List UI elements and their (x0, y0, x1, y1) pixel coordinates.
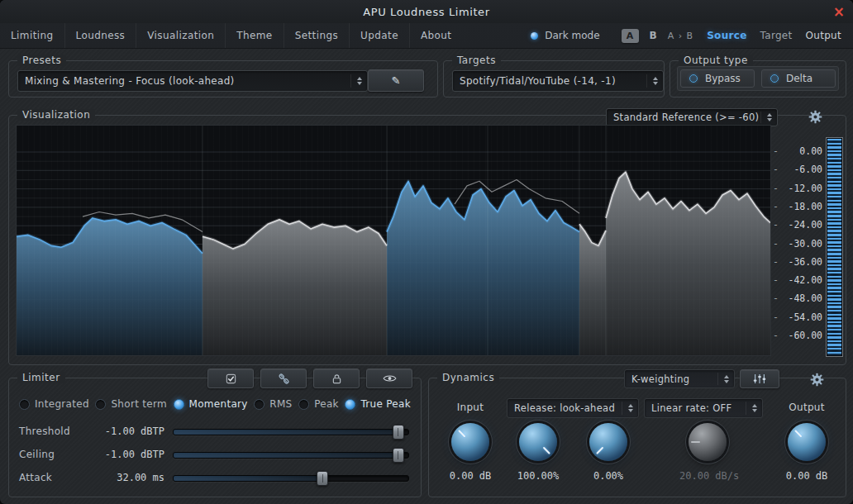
link-off-icon (278, 373, 290, 385)
linear-rate-select[interactable]: Linear rate: OFF (644, 398, 763, 418)
stepper-arrows[interactable] (350, 74, 367, 88)
visibility-button[interactable] (366, 368, 412, 388)
param-value: -1.00 dBTP (88, 445, 164, 464)
knob-input-gain: 0.00 dB (442, 423, 498, 482)
weighting-selected-value: K-weighting (631, 373, 689, 385)
dark-mode-indicator-dot[interactable] (531, 32, 538, 40)
lock-button[interactable] (313, 368, 360, 388)
menu-item-about[interactable]: About (409, 23, 462, 48)
menu-item-theme[interactable]: Theme (225, 23, 283, 48)
edit-preset-button[interactable]: ✎ (368, 69, 424, 92)
mode-momentary[interactable]: Momentary (174, 398, 248, 410)
db-scale-tick: --6.00 (773, 163, 822, 176)
ab-compare-b-button[interactable]: B (650, 30, 657, 41)
ab-copy-button[interactable]: A › B (668, 31, 693, 41)
radio-dot (174, 399, 184, 410)
stepper-arrows[interactable] (622, 402, 638, 414)
monitor-output-button[interactable]: Output (806, 30, 841, 41)
down-arrow-icon (752, 409, 757, 412)
menu-item-limiting[interactable]: Limiting (0, 23, 64, 48)
monitor-target-button[interactable]: Target (760, 30, 793, 41)
slider-thumb[interactable] (393, 448, 404, 463)
knob-value: 0.00 dB (442, 470, 498, 482)
output-type-bypass[interactable]: Bypass (680, 69, 755, 88)
knob-pointer-icon (443, 415, 497, 468)
up-arrow-icon (767, 113, 772, 116)
visualization-settings-button[interactable] (806, 107, 824, 126)
menu-item-update[interactable]: Update (349, 23, 409, 48)
knob-release-amount: 100.00% (510, 423, 566, 482)
db-scale-tick: -0.00 (773, 145, 822, 158)
param-label: Threshold (19, 421, 70, 441)
output-type-delta[interactable]: Delta (761, 69, 836, 88)
stepper-arrows[interactable] (646, 74, 663, 88)
mode-integrated[interactable]: Integrated (19, 398, 89, 410)
eye-icon (383, 373, 397, 383)
meter-fill (827, 139, 841, 355)
db-scale-tick: --48.00 (773, 292, 822, 305)
mode-short-term[interactable]: Short term (95, 398, 167, 410)
target-select[interactable]: Spotify/Tidal/YouTube (-14, -1) (452, 70, 664, 92)
knob-pointer-icon (581, 415, 635, 468)
param-value: -1.00 dBTP (88, 421, 164, 441)
app-window: APU Loudness Limiter × LimitingLoudnessV… (0, 0, 853, 504)
close-button[interactable]: × (833, 0, 845, 23)
up-arrow-icon (357, 77, 362, 80)
slider-thumb[interactable] (393, 425, 404, 440)
db-scale-tick: --12.00 (773, 182, 822, 195)
stepper-arrows[interactable] (717, 373, 734, 385)
output-type-group-label: Output type (679, 55, 753, 66)
dynamics-group: Dynamics K-weighting (428, 378, 846, 497)
preset-select[interactable]: Mixing & Mastering - Focus (look-ahead) (17, 70, 368, 92)
param-label: Ceiling (19, 445, 55, 464)
knob-value: 100.00% (510, 470, 566, 482)
menu-right: Dark mode A B A › B Source Target Output (531, 29, 853, 43)
presets-group-label: Presets (17, 55, 66, 66)
ab-compare-a-button[interactable]: A (622, 29, 639, 43)
mode-true-peak[interactable]: True Peak (345, 398, 411, 410)
ceiling-slider[interactable] (173, 445, 409, 464)
knob-pointer-icon (689, 423, 727, 461)
release-mode-select[interactable]: Release: look-ahead (507, 398, 639, 418)
loudness-history-graph[interactable] (16, 125, 771, 356)
radio-dot (345, 399, 355, 410)
weighting-select[interactable]: K-weighting (624, 369, 735, 388)
radio-dot (19, 399, 30, 410)
slider-thumb[interactable] (317, 471, 328, 486)
linear-rate-amount-knob[interactable] (589, 423, 627, 461)
stepper-arrows[interactable] (760, 112, 777, 123)
menu-item-settings[interactable]: Settings (284, 23, 349, 48)
limiter-toolbar (207, 368, 412, 388)
filters-button[interactable] (740, 369, 779, 388)
monitor-source-button[interactable]: Source (707, 30, 746, 41)
dynamics-group-label: Dynamics (437, 372, 499, 383)
down-arrow-icon (653, 82, 658, 85)
limit-enable-button[interactable] (207, 368, 254, 388)
dark-mode-toggle[interactable]: Dark mode (545, 30, 599, 41)
param-row-threshold: Threshold-1.00 dBTP (9, 421, 421, 441)
knob-linear-rate-amount: 0.00% (580, 423, 636, 482)
reference-select[interactable]: Standard Reference (>= -60) (606, 108, 778, 126)
up-arrow-icon (724, 375, 729, 378)
output-column-label: Output (770, 398, 844, 416)
menu-bar: LimitingLoudnessVisualizationThemeSettin… (0, 23, 853, 49)
dynamics-settings-button[interactable] (808, 370, 826, 388)
menu-item-loudness[interactable]: Loudness (64, 23, 136, 48)
menu-item-visualization[interactable]: Visualization (136, 23, 225, 48)
output-gain-knob[interactable] (788, 423, 826, 461)
mode-peak[interactable]: Peak (298, 398, 339, 410)
stepper-arrows[interactable] (746, 402, 762, 414)
release-selected-value: Release: look-ahead (514, 402, 615, 414)
mode-rms[interactable]: RMS (254, 398, 292, 410)
attack-slider[interactable] (173, 468, 409, 487)
preset-selected-value: Mixing & Mastering - Focus (look-ahead) (25, 75, 235, 87)
down-arrow-icon (628, 409, 633, 412)
channel-link-button[interactable] (260, 368, 307, 388)
db-scale-tick: --24.00 (773, 218, 822, 231)
output-level-meter (826, 137, 843, 357)
release-amount-knob[interactable] (519, 423, 557, 461)
linear-rate-speed-knob[interactable] (689, 423, 727, 461)
linear-rate-selected-value: Linear rate: OFF (651, 402, 731, 414)
input-gain-knob[interactable] (451, 423, 489, 461)
threshold-slider[interactable] (173, 421, 409, 441)
